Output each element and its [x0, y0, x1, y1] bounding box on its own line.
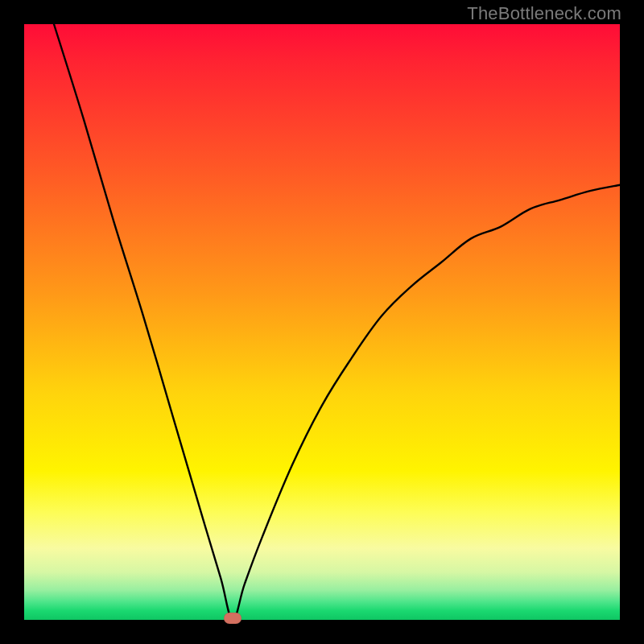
minimum-marker [224, 613, 242, 624]
plot-area [24, 24, 620, 620]
bottleneck-curve [24, 24, 620, 620]
attribution-label: TheBottleneck.com [467, 3, 621, 24]
chart-frame: TheBottleneck.com [0, 0, 644, 644]
